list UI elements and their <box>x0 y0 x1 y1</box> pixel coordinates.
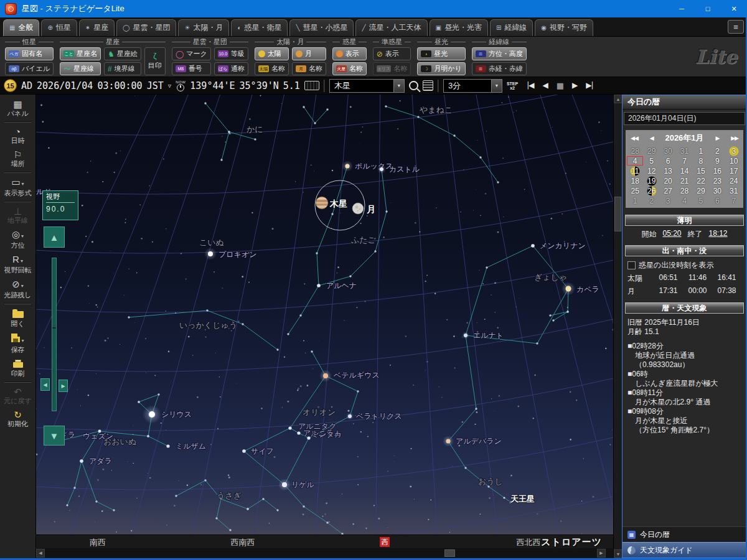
calendar-day[interactable]: 5 <box>693 196 709 205</box>
horizontal-scrollbar[interactable]: ◀ ▶ <box>36 548 613 558</box>
tab-nebulae-clusters[interactable]: ◯星雲・星団 <box>116 19 176 36</box>
calendar-day-selected[interactable]: 4 <box>627 156 643 166</box>
calendar-day[interactable]: 28 <box>676 186 692 195</box>
calendar-day[interactable]: 4 <box>676 196 692 205</box>
calendar-next-month-button[interactable]: ▶ <box>715 135 719 141</box>
chevron-down-icon[interactable]: ▼ <box>491 80 502 92</box>
calendar-day[interactable]: 7 <box>726 196 742 205</box>
sidebar-item-print[interactable]: 印刷 <box>0 357 35 380</box>
ribbon-button-constellations-constellation-name[interactable]: こと星座名 <box>60 47 101 60</box>
time-step-select[interactable]: 3分 ▼ <box>443 79 502 93</box>
stop-button[interactable]: ■ <box>555 81 565 90</box>
sidebar-item-open[interactable]: 開く <box>0 306 35 330</box>
calendar-day[interactable]: 11 <box>627 166 643 175</box>
scrollbar-thumb[interactable] <box>444 549 455 557</box>
scroll-right-button[interactable]: ▶ <box>597 549 606 558</box>
ribbon-button-planets-show[interactable]: 表示 <box>332 47 367 60</box>
sidebar-item-light-trails[interactable]: ⊘▾光跡残し <box>0 277 35 302</box>
calendar-day[interactable]: 31 <box>726 186 742 195</box>
tab-comets-asteroids[interactable]: ╲彗星・小惑星 <box>289 19 354 36</box>
ribbon-button-daylight-moonlight[interactable]: ☽月明かり <box>417 62 466 75</box>
calendar-day[interactable]: 27 <box>660 186 676 195</box>
calendar-day[interactable]: 6 <box>660 156 676 166</box>
chevron-down-icon[interactable]: ▾ <box>22 181 24 187</box>
ribbon-button-constellations-constellation-lines[interactable]: 〜星座線 <box>60 62 101 75</box>
ribbon-button-stars-bayer[interactable]: αβバイエル <box>5 62 54 75</box>
show-planet-rise-set-checkbox[interactable] <box>627 261 636 269</box>
sky-canvas[interactable]: ポルックスカストルプロキオンアルヘナメンカリナンカペラエルナトベテルギウスベラト… <box>36 95 613 534</box>
calendar-day[interactable]: 1 <box>627 196 643 205</box>
calendar-next-year-button[interactable]: ▶▶ <box>731 135 738 141</box>
skip-to-end-button[interactable]: ▶| <box>584 81 594 90</box>
tab-sun-moon[interactable]: ☀太陽・月 <box>178 19 229 36</box>
sidebar-item-save[interactable]: ▾保存 <box>0 330 35 357</box>
tab-constellations[interactable]: ✶星座 <box>79 19 115 36</box>
tab-coordinate-grid[interactable]: ⊞経緯線 <box>490 19 533 36</box>
calendar-day[interactable]: 2 <box>643 196 659 205</box>
time-value[interactable]: 03:00:00 <box>97 80 142 91</box>
sidebar-item-panel[interactable]: ▦パネル <box>0 97 35 120</box>
altitude-slider[interactable] <box>52 258 57 411</box>
sky-chart[interactable]: ポルックスカストルプロキオンアルヘナメンカリナンカペラエルナトベテルギウスベラト… <box>36 95 613 534</box>
vertical-scrollbar[interactable]: ▲ ▼ <box>613 95 622 558</box>
sidebar-item-reset[interactable]: ↻初期化 <box>0 408 35 431</box>
chevron-down-icon[interactable]: ▼ <box>393 80 404 92</box>
calendar-day[interactable]: 19 <box>643 176 659 185</box>
ribbon-button-daylight-daylight[interactable]: ◗昼光 <box>417 47 466 60</box>
tab-stars[interactable]: ⊕恒星 <box>41 19 77 36</box>
calendar-day[interactable]: 6 <box>709 196 725 205</box>
calendar-day[interactable]: 23 <box>709 176 725 185</box>
calendar-day[interactable]: 9 <box>709 156 725 166</box>
panel-selector-astro-guide[interactable]: 天文現象ガイド <box>622 542 746 558</box>
calendar-day[interactable]: 15 <box>693 166 709 175</box>
ribbon-button-sun-moon-sun-name[interactable]: 太陽名称 <box>255 62 289 75</box>
calendar-day[interactable]: 26 <box>643 186 659 195</box>
calendar-day[interactable]: 17 <box>726 166 742 175</box>
ribbon-button-grid-lines-ra-dec-grid[interactable]: ⊞赤経・赤緯 <box>472 62 527 75</box>
calendar-day[interactable]: 3 <box>726 146 742 156</box>
calendar-day[interactable]: 31 <box>676 146 692 156</box>
calendar-day[interactable]: 29 <box>693 186 709 195</box>
now-clock-icon[interactable]: NOW <box>176 80 186 91</box>
calendar-day[interactable]: 30 <box>709 186 725 195</box>
ribbon-button-nebulae-number[interactable]: M8番号 <box>172 62 211 75</box>
calendar-day[interactable]: 12 <box>643 166 659 175</box>
ribbon-button-sun-moon-moon[interactable]: 月 <box>292 47 326 60</box>
chevron-down-icon[interactable]: ▾ <box>21 338 24 343</box>
ribbon-button-constellations-constellation-art[interactable]: ♞星座絵 <box>104 47 141 60</box>
panel-selector-today-calendar[interactable]: ▦ 今日の暦 <box>622 526 746 542</box>
calendar-day[interactable]: 10 <box>726 156 742 166</box>
skip-to-start-button[interactable]: |◀ <box>525 81 535 90</box>
calendar-day[interactable]: 20 <box>660 176 676 185</box>
calendar-day[interactable]: 24 <box>726 176 742 185</box>
calendar-day[interactable]: 5 <box>643 156 659 166</box>
pan-down-button[interactable]: ▼ <box>44 426 65 446</box>
close-button[interactable]: ✕ <box>721 0 747 17</box>
ribbon-button-grid-lines-alt-az-grid[interactable]: ⊞方位・高度 <box>472 47 527 60</box>
search-icon[interactable] <box>409 81 418 90</box>
object-list-icon[interactable] <box>423 80 433 91</box>
sidebar-item-direction[interactable]: ◎▾方位 <box>0 227 35 252</box>
sidebar-item-display-format[interactable]: ▭▾表示形式 <box>0 175 35 200</box>
calendar-day[interactable]: 1 <box>693 146 709 156</box>
ribbon-button-planets-name[interactable]: 火星名称 <box>332 62 367 75</box>
calendar-day[interactable]: 2 <box>709 146 725 156</box>
calendar-day[interactable]: 7 <box>676 156 692 166</box>
calendar-prev-month-button[interactable]: ◀ <box>650 135 654 141</box>
ribbon-button-sun-moon-sun[interactable]: 太陽 <box>255 47 289 60</box>
menu-icon[interactable]: ≡ <box>728 20 744 34</box>
ribbon-button-nebulae-common-name[interactable]: ばら通称 <box>214 62 248 75</box>
ribbon-button-constellations-boundary-lines[interactable]: #境界線 <box>104 62 141 75</box>
tab-fov-photo-frame[interactable]: ◉視野・写野 <box>535 19 593 36</box>
day-badge[interactable]: 15 <box>4 79 17 92</box>
ribbon-button-nebulae-mark[interactable]: ◯マーク <box>172 47 211 60</box>
pan-right-button[interactable]: ▶ <box>59 380 68 392</box>
calendar-prev-year-button[interactable]: ◀◀ <box>631 135 638 141</box>
scrollbar-track[interactable] <box>45 549 597 558</box>
calendar-day[interactable]: 18 <box>627 176 643 185</box>
calendar-day[interactable]: 14 <box>676 166 692 175</box>
calendar-day[interactable]: 21 <box>676 176 692 185</box>
timezone-dropdown-icon[interactable]: ▽ <box>168 83 171 89</box>
ribbon-button-sun-moon-moon-name[interactable]: 月名称 <box>292 62 326 75</box>
ribbon-button-constellations-marker[interactable]: ζ目印 <box>144 47 166 75</box>
